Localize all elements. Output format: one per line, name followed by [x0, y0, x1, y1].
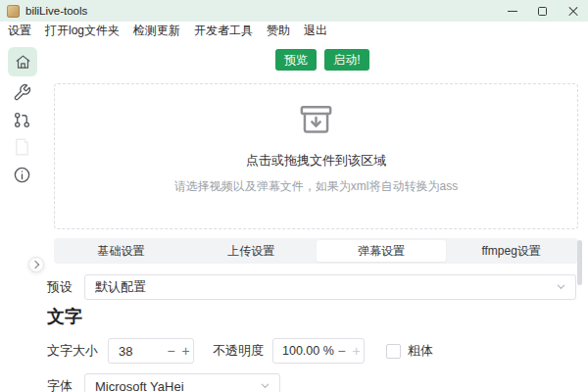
dropzone-title: 点击或拖拽文件到该区域: [246, 152, 386, 170]
opacity-minus-button[interactable]: −: [334, 339, 349, 363]
menu-item-open-log-folder[interactable]: 打开log文件夹: [38, 23, 126, 39]
close-button[interactable]: [558, 0, 588, 22]
titlebar: biliLive-tools: [0, 0, 588, 22]
close-icon: [567, 5, 579, 17]
box-download-icon: [298, 101, 334, 141]
menu-item-sponsor[interactable]: 赞助: [260, 23, 297, 39]
sidebar-item-home[interactable]: [8, 47, 37, 76]
window-controls: [497, 0, 588, 22]
tab-upload-settings[interactable]: 上传设置: [186, 240, 317, 262]
sidebar-item-about[interactable]: [13, 166, 31, 184]
font-row: 字体 Microsoft YaHei: [47, 372, 280, 392]
font-size-input[interactable]: 38 − +: [108, 338, 194, 364]
sidebar: [0, 39, 44, 392]
font-size-minus-button[interactable]: −: [164, 339, 178, 363]
opacity-input[interactable]: 100.00 % − +: [272, 338, 365, 364]
chevron-right-icon: [31, 261, 39, 269]
bold-label: 粗体: [408, 342, 433, 360]
vertical-scrollbar-thumb[interactable]: [577, 240, 582, 285]
menu-item-settings[interactable]: 设置: [1, 23, 38, 39]
chevron-down-icon: [260, 379, 270, 392]
dropzone-subtitle: 请选择视频以及弹幕文件，如果为xml将自动转换为ass: [174, 178, 458, 195]
font-size-label: 文字大小: [47, 342, 98, 360]
preset-select[interactable]: 默认配置: [84, 274, 576, 300]
opacity-value: 100.00 %: [273, 344, 334, 358]
maximize-icon: [538, 7, 547, 16]
menu-item-exit[interactable]: 退出: [297, 23, 334, 39]
chevron-down-icon: [556, 280, 566, 295]
faint-shape-icon: [10, 134, 34, 159]
settings-tabs: 基础设置 上传设置 弹幕设置 ffmpeg设置: [54, 238, 578, 264]
minimize-button[interactable]: [497, 0, 527, 22]
text-controls-row: 文字大小 38 − + 不透明度 100.00 % − + 粗体: [47, 338, 433, 364]
sidebar-item-disabled[interactable]: [10, 134, 34, 159]
bold-checkbox[interactable]: [386, 344, 401, 359]
sidebar-item-tools[interactable]: [13, 83, 31, 102]
flow-icon: [13, 111, 31, 129]
menu-item-devtools[interactable]: 开发者工具: [187, 23, 260, 39]
font-size-plus-button[interactable]: +: [178, 339, 193, 363]
preset-row: 预设 默认配置: [47, 274, 576, 300]
file-dropzone[interactable]: 点击或拖拽文件到该区域 请选择视频以及弹幕文件，如果为xml将自动转换为ass: [54, 83, 578, 229]
sidebar-item-queue[interactable]: [13, 111, 31, 129]
minimize-icon: [508, 11, 517, 12]
tab-basic-settings[interactable]: 基础设置: [56, 240, 186, 262]
preview-button[interactable]: 预览: [275, 49, 317, 71]
font-label: 字体: [47, 377, 73, 392]
wrench-icon: [13, 83, 31, 102]
preset-select-value: 默认配置: [95, 278, 556, 296]
font-select[interactable]: Microsoft YaHei: [84, 373, 280, 392]
sidebar-expand-button[interactable]: [28, 257, 44, 272]
font-select-value: Microsoft YaHei: [95, 379, 260, 392]
section-title-text: 文字: [47, 305, 82, 328]
app-icon: [7, 5, 20, 18]
tab-danmu-settings[interactable]: 弹幕设置: [317, 240, 447, 262]
window-title: biliLive-tools: [25, 5, 87, 17]
start-button[interactable]: 启动!: [324, 49, 369, 71]
preset-label: 预设: [47, 278, 73, 296]
menubar: 设置 打开log文件夹 检测更新 开发者工具 赞助 退出: [0, 22, 588, 39]
opacity-label: 不透明度: [213, 342, 264, 360]
maximize-button[interactable]: [527, 0, 558, 22]
home-icon: [15, 54, 31, 71]
font-size-value: 38: [109, 344, 164, 359]
menu-item-check-update[interactable]: 检测更新: [126, 23, 187, 39]
app-window: biliLive-tools 设置 打开log文件夹 检测更新 开发者工具 赞助…: [0, 0, 588, 392]
tab-ffmpeg-settings[interactable]: ffmpeg设置: [446, 240, 576, 262]
opacity-plus-button[interactable]: +: [349, 339, 364, 363]
info-icon: [13, 166, 31, 184]
